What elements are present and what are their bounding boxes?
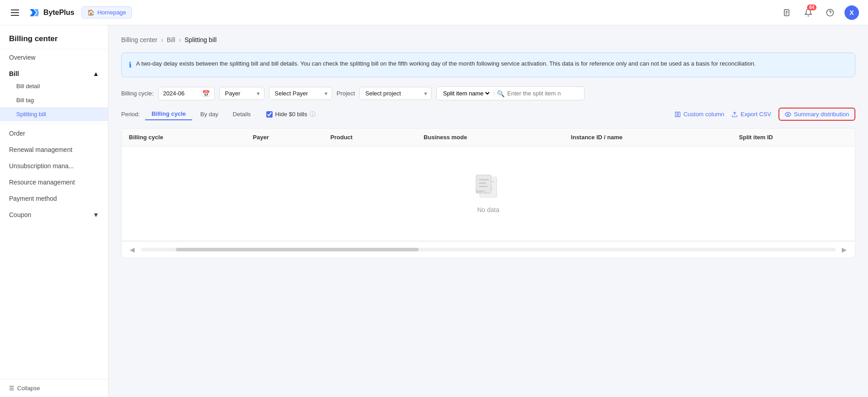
svg-rect-17	[479, 186, 488, 187]
col-instance-id: Instance ID / name	[564, 128, 732, 147]
split-search-icon: 🔍	[497, 90, 505, 97]
period-label: Period:	[121, 111, 140, 118]
sidebar-item-resource-management[interactable]: Resource management	[0, 174, 108, 190]
billing-cycle-label: Billing cycle:	[121, 90, 154, 97]
hide-zero-help-icon[interactable]: ⓘ	[310, 110, 316, 118]
svg-text:EMP1...: EMP1...	[476, 189, 489, 194]
table-scrollbar: ◀ ▶	[122, 241, 855, 258]
top-navigation: BytePlus 🏠 Homepage 84 X	[0, 0, 868, 25]
export-icon	[731, 111, 738, 118]
table-wrap: Billing cycle Payer Product Business mod…	[121, 128, 855, 258]
splitting-bill-table: Billing cycle Payer Product Business mod…	[122, 128, 855, 241]
sidebar-item-unsubscription-management[interactable]: Unsubscription mana...	[0, 158, 108, 174]
billing-cycle-input[interactable]	[163, 90, 199, 97]
period-wrap: Period: Billing cycle By day Details Hid…	[121, 108, 316, 120]
split-item-wrap: Split item name 🔍	[436, 86, 585, 100]
sidebar-collapse-button[interactable]: ☰ Collapse	[0, 379, 108, 397]
payer-select[interactable]: Payer	[219, 87, 264, 100]
actions-bar: Period: Billing cycle By day Details Hid…	[121, 108, 855, 121]
info-icon: ℹ	[129, 60, 132, 71]
select-payer-select-wrap: Select Payer ▼	[269, 87, 332, 100]
custom-column-button[interactable]: Custom column	[675, 111, 724, 118]
svg-rect-7	[678, 112, 680, 117]
sidebar-item-order[interactable]: Order	[0, 125, 108, 142]
period-by-day-btn[interactable]: By day	[194, 109, 225, 120]
user-avatar[interactable]: X	[844, 5, 859, 20]
help-icon[interactable]	[823, 5, 837, 20]
col-product: Product	[323, 128, 416, 147]
chevron-up-icon: ▲	[93, 70, 99, 77]
breadcrumb: Billing center › Bill › Splitting bill	[121, 36, 855, 43]
sidebar: Billing center Overview Bill ▲ Bill deta…	[0, 25, 108, 397]
sidebar-item-overview[interactable]: Overview	[0, 49, 108, 66]
svg-rect-15	[479, 179, 489, 180]
empty-illustration: EMP1...	[475, 174, 502, 201]
sidebar-title: Billing center	[0, 25, 108, 49]
project-label: Project	[337, 90, 355, 97]
project-select-wrap: Select project ▼	[359, 87, 432, 100]
payer-select-wrap: Payer ▼	[219, 87, 264, 100]
scroll-right-button[interactable]: ▶	[839, 245, 849, 254]
period-details-btn[interactable]: Details	[226, 109, 257, 120]
main-content: Billing center › Bill › Splitting bill ℹ…	[108, 25, 868, 397]
split-item-divider	[494, 90, 494, 97]
hide-zero-bills-wrap: Hide $0 bills ⓘ	[266, 110, 316, 118]
hamburger-menu[interactable]	[9, 8, 21, 18]
sidebar-item-bill-detail[interactable]: Bill detail	[0, 79, 108, 93]
split-item-select[interactable]: Split item name	[441, 90, 491, 97]
info-banner-text: A two-day delay exists between the split…	[136, 59, 756, 71]
empty-state: EMP1... No data	[122, 147, 855, 241]
sidebar-item-renewal-management[interactable]: Renewal management	[0, 142, 108, 158]
hide-zero-bills-label: Hide $0 bills	[275, 111, 307, 118]
empty-text: No data	[477, 206, 499, 213]
homepage-button[interactable]: 🏠 Homepage	[81, 6, 132, 19]
split-item-input[interactable]	[507, 90, 580, 97]
sidebar-section-bill[interactable]: Bill ▲	[0, 66, 108, 79]
sidebar-item-payment-method[interactable]: Payment method	[0, 190, 108, 207]
table-scroll[interactable]: Billing cycle Payer Product Business mod…	[122, 128, 855, 241]
columns-icon	[675, 111, 681, 118]
export-csv-button[interactable]: Export CSV	[731, 111, 771, 118]
breadcrumb-sep-1: ›	[161, 36, 163, 43]
svg-rect-6	[675, 112, 677, 117]
notification-icon[interactable]: 84	[801, 5, 816, 20]
collapse-icon: ☰	[9, 385, 14, 392]
breadcrumb-current: Splitting bill	[184, 36, 217, 43]
calendar-icon: 📅	[202, 90, 210, 97]
col-business-mode: Business mode	[416, 128, 564, 147]
logo-icon	[28, 6, 41, 19]
scroll-thumb	[176, 248, 419, 251]
breadcrumb-bill[interactable]: Bill	[167, 36, 175, 43]
chevron-down-icon: ▼	[93, 211, 99, 218]
table-body: EMP1... No data	[122, 147, 855, 241]
col-payer: Payer	[245, 128, 323, 147]
select-payer-select[interactable]: Select Payer	[269, 87, 332, 100]
col-split-item-id: Split item ID	[732, 128, 855, 147]
eye-icon	[785, 111, 791, 118]
svg-rect-16	[479, 183, 486, 184]
col-billing-cycle: Billing cycle	[122, 128, 245, 147]
summary-distribution-button[interactable]: Summary distribution	[778, 108, 855, 121]
period-billing-cycle-btn[interactable]: Billing cycle	[145, 108, 192, 120]
home-icon: 🏠	[87, 9, 94, 16]
sidebar-item-bill-tag[interactable]: Bill tag	[0, 93, 108, 107]
sidebar-item-splitting-bill[interactable]: Splitting bill	[0, 107, 108, 121]
table-header: Billing cycle Payer Product Business mod…	[122, 128, 855, 147]
filter-bar: Billing cycle: 📅 Payer ▼ Select Payer ▼	[121, 86, 855, 100]
info-banner: ℹ A two-day delay exists between the spl…	[121, 52, 855, 77]
logo: BytePlus	[28, 6, 74, 19]
breadcrumb-billing-center[interactable]: Billing center	[121, 36, 157, 43]
breadcrumb-sep-2: ›	[179, 36, 181, 43]
notification-badge: 84	[807, 5, 816, 10]
scroll-track	[141, 248, 835, 251]
billing-cycle-input-wrap: 📅	[158, 87, 215, 100]
svg-point-9	[787, 113, 789, 115]
hide-zero-bills-checkbox[interactable]	[266, 111, 273, 118]
sidebar-item-coupon[interactable]: Coupon ▼	[0, 207, 108, 223]
sidebar-divider	[0, 123, 108, 123]
scroll-left-button[interactable]: ◀	[127, 245, 137, 254]
document-icon[interactable]	[779, 5, 794, 20]
actions-right: Custom column Export CSV Summary distrib…	[675, 108, 855, 121]
project-select[interactable]: Select project	[359, 87, 432, 100]
